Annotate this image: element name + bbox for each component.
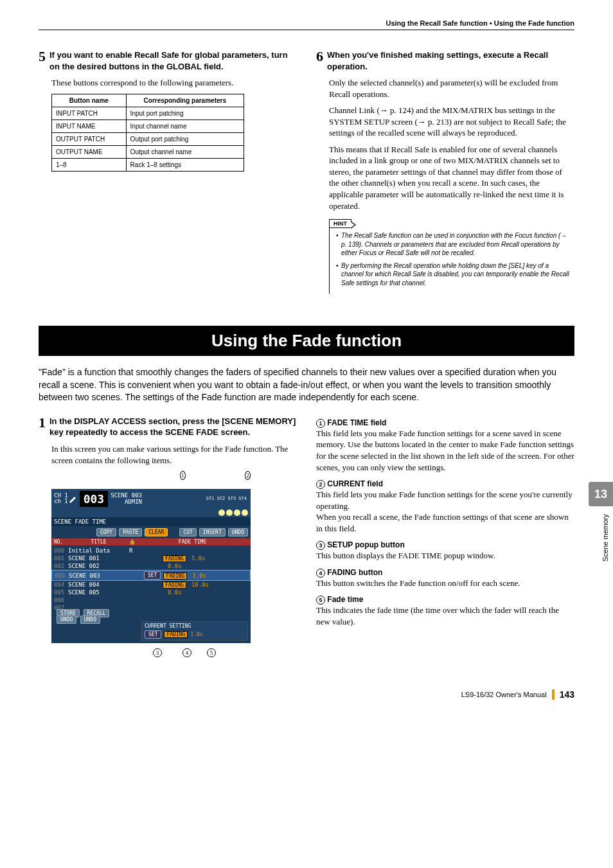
callout-icon: 5 [316, 596, 325, 605]
scene-list-row[interactable]: 003SCENE 003SETFADING1.0s [51, 570, 251, 581]
desc-text: This field lets you make Fade function s… [316, 428, 574, 473]
set-button[interactable]: SET [144, 571, 161, 580]
row-name: SCENE 004 [68, 581, 129, 588]
step-body: Only the selected channel(s) and paramet… [329, 77, 574, 100]
scene-list-row[interactable]: 000Initial DataR [51, 547, 251, 554]
scene-list-row[interactable]: 005SCENE 0050.0s [51, 589, 251, 596]
step-body: These buttons correspond to the followin… [51, 77, 297, 89]
table-cell: Output port patching [126, 132, 244, 145]
row-time: 0.0s [168, 589, 182, 596]
meter-icon [218, 509, 225, 516]
section-title-bar: Using the Fade function [39, 326, 574, 356]
row-index: 001 [54, 555, 68, 562]
callout-icon: 4 [316, 569, 325, 578]
desc-current-field: 2 CURRENT field This field lets you make… [316, 479, 574, 534]
intro-text: "Fade" is a function that smoothly chang… [39, 366, 574, 404]
insert-button[interactable]: INSERT [199, 528, 226, 536]
ss-st-labels: ST1 ST2 ST3 ST4 [206, 496, 247, 501]
table-cell: INPUT PATCH [52, 107, 127, 120]
desc-text: This indicates the fade time (the time o… [316, 605, 574, 627]
fading-button[interactable]: FADING [164, 631, 188, 638]
row-time: 5.0s [191, 555, 206, 562]
undo-button[interactable]: UNDO [228, 528, 248, 536]
scene-list-row[interactable]: 002SCENE 0020.0s [51, 562, 251, 570]
meter-icon [234, 509, 240, 516]
step-6: 6 When you've finished making settings, … [316, 49, 574, 72]
callout-1-icon: 1 [180, 471, 186, 480]
step-body: In this screen you can make various sett… [51, 443, 297, 466]
cut-button[interactable]: CUT [179, 528, 196, 536]
callout-3-icon: 3 [153, 648, 162, 657]
desc-label: FADING button [327, 568, 382, 577]
row-index: 006 [54, 597, 68, 603]
copy-button[interactable]: COPY [96, 528, 116, 536]
callout-icon: 2 [316, 480, 325, 489]
row-index: 004 [54, 581, 68, 588]
table-cell: OUTPUT NAME [52, 145, 127, 158]
row-name: SCENE 005 [68, 589, 129, 596]
row-time: 10.0s [191, 581, 209, 588]
fading-button[interactable]: FADING [163, 555, 186, 562]
desc-label: Fade time [327, 595, 363, 604]
table-cell: 1–8 [52, 158, 127, 171]
callout-icon: 3 [316, 541, 325, 550]
step-number: 1 [39, 416, 46, 430]
step-1: 1 In the DISPLAY ACCESS section, press t… [39, 416, 297, 438]
current-setting-panel: CURRENT SETTING SET FADING 1.0s [141, 621, 248, 641]
fade-time: 1.0s [190, 632, 202, 637]
step-title: In the DISPLAY ACCESS section, press the… [49, 416, 297, 438]
callout-5-icon: 5 [207, 648, 216, 657]
desc-label: FADE TIME field [327, 418, 386, 427]
table-cell: Output channel name [126, 145, 244, 158]
scene-list-row[interactable]: 004SCENE 004FADING10.0s [51, 581, 251, 589]
col-no: NO. [54, 539, 68, 545]
clear-button[interactable]: CLEAR [145, 528, 168, 536]
callout-row-bottom: 3 4 5 [51, 648, 251, 657]
step-body: Channel Link (→ p. 124) and the MIX/MATR… [329, 105, 574, 139]
paste-button[interactable]: PASTE [119, 528, 142, 536]
scene-list-row[interactable]: 001SCENE 001FADING5.0s [51, 554, 251, 562]
desc-text: When you recall a scene, the Fade functi… [316, 511, 574, 534]
step-title: When you've finished making settings, ex… [327, 49, 574, 72]
row-name: Initial Data [68, 547, 129, 554]
row-name: SCENE 002 [68, 563, 129, 569]
hint-label: HINT [329, 219, 351, 228]
table-cell: Input channel name [126, 120, 244, 132]
table-cell: Input port patching [126, 107, 244, 120]
table-header: Corresponding parameters [126, 94, 244, 107]
hint-box: HINT The Recall Safe function can be use… [329, 218, 574, 294]
col-fade: FADE TIME [137, 539, 248, 545]
step-title: If you want to enable Recall Safe for gl… [49, 49, 297, 72]
callout-2-icon: 2 [245, 471, 251, 480]
desc-fade-time: 5 Fade time This indicates the fade time… [316, 595, 574, 627]
fading-button[interactable]: FADING [163, 572, 187, 580]
ss-admin: ADMIN [111, 499, 142, 505]
step-number: 6 [316, 49, 323, 64]
row-index: 000 [54, 547, 68, 554]
desc-label: CURRENT field [327, 479, 383, 488]
table-cell: INPUT NAME [52, 120, 127, 132]
step-number: 5 [39, 49, 46, 64]
col-title: TITLE [68, 539, 129, 545]
row-lock: R [129, 547, 137, 554]
running-header: Using the Recall Safe function • Using t… [39, 19, 574, 30]
set-button[interactable]: SET [145, 630, 161, 639]
ss-subtitle: SCENE FADE TIME [51, 517, 251, 526]
fading-button[interactable]: FADING [163, 581, 186, 589]
ss-scene-name: SCENE 003 [111, 492, 142, 499]
callout-row-top: 1 2 [51, 471, 251, 480]
page-footer: LS9-16/32 Owner's Manual 143 [39, 689, 574, 700]
desc-fading-button: 4 FADING button This button switches the… [316, 568, 574, 589]
row-name: SCENE 001 [68, 555, 129, 562]
scene-list-row[interactable]: 006 [51, 596, 251, 604]
undo-button[interactable]: UNDO [57, 616, 76, 624]
undo-button[interactable]: UNDO [80, 616, 100, 624]
step-5: 5 If you want to enable Recall Safe for … [39, 49, 297, 72]
step-body: This means that if Recall Safe is enable… [329, 144, 574, 211]
table-header: Button name [52, 94, 127, 107]
manual-title: LS9-16/32 Owner's Manual [461, 691, 547, 698]
table-cell: OUTPUT PATCH [52, 132, 127, 145]
hint-item: By performing the Recall operation while… [336, 261, 572, 288]
footer-bar-icon [552, 689, 555, 700]
row-index: 005 [54, 589, 68, 596]
